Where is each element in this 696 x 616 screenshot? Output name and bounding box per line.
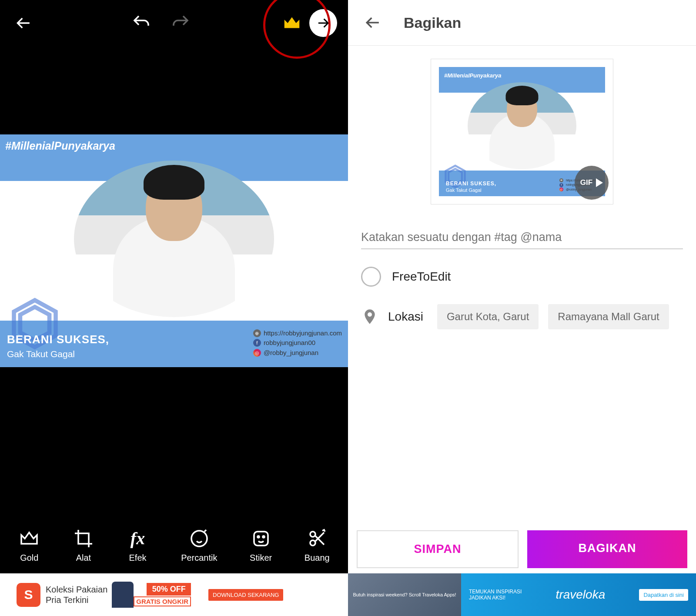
location-pin-icon <box>361 308 378 325</box>
svg-point-4 <box>258 536 259 538</box>
location-row: Lokasi Garut Kota, Garut Ramayana Mall G… <box>361 304 683 329</box>
ad-product-image <box>112 582 134 608</box>
ad-banner[interactable]: Butuh inspirasi weekend? Scroll Travelok… <box>348 573 696 616</box>
ad-tagline: TEMUKAN INSPIRASI JADIKAN AKSI! <box>469 589 522 601</box>
play-icon <box>596 178 603 187</box>
shopee-logo-icon: S <box>17 583 40 607</box>
share-header: Bagikan <box>348 0 696 46</box>
instagram-icon: ◎ <box>253 349 261 357</box>
share-screen: Bagikan #MillenialPunyakarya BERANI SUKS… <box>348 0 696 616</box>
canvas-headline: BERANI SUKSES, <box>7 333 109 346</box>
svg-point-7 <box>310 532 315 537</box>
undo-icon[interactable] <box>128 10 154 36</box>
ad-right-panel: TEMUKAN INSPIRASI JADIKAN AKSI! travelok… <box>461 573 696 616</box>
bottom-actions: SIMPAN BAGIKAN <box>348 525 696 573</box>
canvas-hashtag: #MillenialPunyakarya <box>5 140 115 152</box>
share-preview[interactable]: #MillenialPunyakarya BERANI SUKSES, Gak … <box>431 59 613 204</box>
beauty-face-icon <box>188 528 210 549</box>
svg-rect-3 <box>254 532 268 546</box>
tool-efek[interactable]: fx Efek <box>127 528 149 563</box>
tool-percantik[interactable]: Percantik <box>181 528 217 563</box>
redo-icon[interactable] <box>167 10 194 36</box>
facebook-icon: f <box>253 339 261 347</box>
free-to-edit-row: FreeToEdit <box>361 267 683 287</box>
back-icon[interactable] <box>11 10 37 36</box>
cutout-icon <box>306 528 328 549</box>
ad-cta-button[interactable]: Dapatkan di sini <box>639 589 688 601</box>
editor-topbar <box>0 0 348 46</box>
save-button[interactable]: SIMPAN <box>357 530 519 568</box>
tool-gold[interactable]: Gold <box>18 528 40 563</box>
ad-text: Koleksi Pakaian Pria Terkini <box>46 584 107 605</box>
page-title: Bagikan <box>404 14 461 31</box>
ad-download-button[interactable]: DOWNLOAD SEKARANG <box>208 589 283 601</box>
canvas-subheadline: Gak Takut Gagal <box>7 349 75 359</box>
crown-icon[interactable] <box>279 10 305 36</box>
back-icon[interactable] <box>360 10 386 36</box>
globe-icon: ⊕ <box>253 329 261 337</box>
tool-stiker[interactable]: Stiker <box>250 528 272 563</box>
sticker-icon <box>250 528 272 549</box>
editor-screen: #MillenialPunyakarya BERANI SUKSES, Gak … <box>0 0 348 616</box>
tool-alat[interactable]: Alat <box>73 528 94 563</box>
location-label: Lokasi <box>388 310 423 324</box>
canvas-image: #MillenialPunyakarya BERANI SUKSES, Gak … <box>0 134 348 367</box>
tools-toolbar: Gold Alat fx Efek Percantik Stiker Buang <box>0 517 348 573</box>
crown-outline-icon <box>18 528 40 549</box>
svg-point-5 <box>263 536 264 538</box>
location-chip[interactable]: Garut Kota, Garut <box>437 304 539 329</box>
gif-play-button[interactable]: GIF <box>575 166 609 200</box>
ad-shipping-badge: GRATIS ONGKIR <box>134 596 191 606</box>
location-chip[interactable]: Ramayana Mall Garut <box>548 304 669 329</box>
caption-input[interactable] <box>361 226 683 249</box>
canvas-socials: ⊕https://robbyjungjunan.com frobbyjungju… <box>253 328 342 358</box>
ad-left-panel: Butuh inspirasi weekend? Scroll Travelok… <box>348 573 461 616</box>
tool-buang[interactable]: Buang <box>304 528 330 563</box>
export-button[interactable] <box>309 9 337 37</box>
svg-point-2 <box>191 531 207 546</box>
free-to-edit-label: FreeToEdit <box>392 270 451 284</box>
traveloka-logo: traveloka <box>556 588 606 602</box>
ad-banner[interactable]: S Koleksi Pakaian Pria Terkini 50% OFF G… <box>0 573 348 616</box>
fx-icon: fx <box>127 528 149 549</box>
free-to-edit-checkbox[interactable] <box>361 267 381 287</box>
svg-point-6 <box>310 540 315 546</box>
crop-icon <box>73 528 94 549</box>
share-button[interactable]: BAGIKAN <box>527 530 687 568</box>
ad-discount-badge: 50% OFF <box>147 583 191 596</box>
canvas-area[interactable]: #MillenialPunyakarya BERANI SUKSES, Gak … <box>0 46 348 517</box>
